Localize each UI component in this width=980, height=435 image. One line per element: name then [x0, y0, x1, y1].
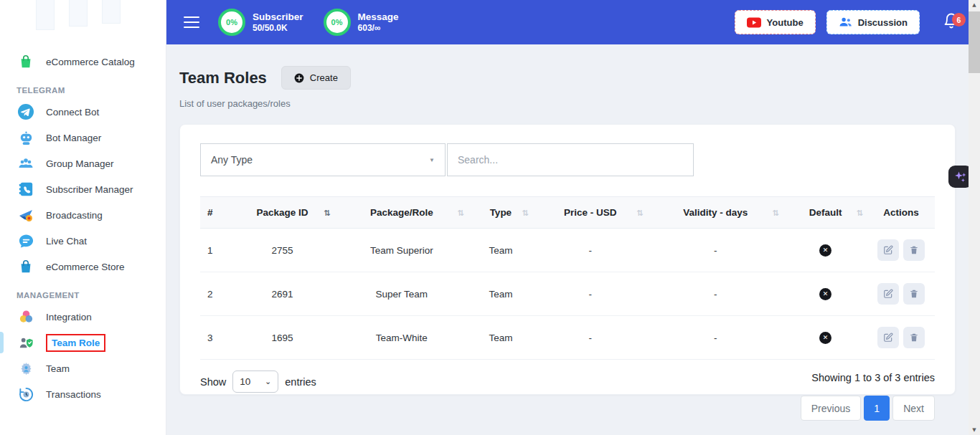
delete-button[interactable]: [903, 327, 925, 348]
hamburger-menu-icon[interactable]: [184, 13, 201, 32]
cell-actions: [867, 316, 935, 360]
sidebar-item-label: Connect Bot: [46, 107, 99, 118]
notification-bell[interactable]: 6: [943, 11, 960, 33]
sidebar-item-subscriber-manager[interactable]: Subscriber Manager: [0, 176, 166, 202]
delete-button[interactable]: [903, 283, 925, 305]
scroll-down-arrow[interactable]: ▼: [969, 425, 980, 435]
subscriber-stat-label: Subscriber: [253, 11, 303, 24]
next-page-button[interactable]: Next: [892, 396, 935, 421]
edit-button[interactable]: [877, 283, 899, 305]
cell-price: -: [533, 272, 648, 316]
telegram-icon: [17, 102, 35, 121]
show-label: Show: [200, 376, 226, 388]
x-circle-icon: ✕: [819, 244, 831, 257]
x-circle-icon: ✕: [819, 288, 831, 300]
column-header-package-role[interactable]: Package/Role⇅: [335, 197, 468, 229]
page-size-value: 10: [240, 376, 250, 387]
previous-page-button[interactable]: Previous: [801, 396, 861, 421]
sidebar-section-telegram: TELEGRAM: [0, 79, 166, 99]
top-header-bar: 0% Subscriber 50/50.0K 0% Message 603/∞ …: [166, 0, 980, 44]
transactions-history-icon: [17, 385, 35, 403]
caret-down-icon: ▼: [429, 157, 435, 163]
current-page-button[interactable]: 1: [864, 396, 890, 421]
broadcast-icon: [17, 206, 35, 224]
discussion-button-label: Discussion: [858, 17, 908, 28]
sidebar-item-label: Subscriber Manager: [46, 184, 133, 195]
create-button-label: Create: [310, 72, 338, 83]
page-title: Team Roles: [179, 69, 267, 87]
page-size-select[interactable]: 10 ⌄: [232, 371, 278, 393]
cell-index: 3: [200, 316, 230, 360]
search-input[interactable]: [447, 143, 694, 176]
subscriber-progress-circle: 0%: [218, 9, 245, 36]
cell-validity: -: [648, 316, 783, 360]
delete-button[interactable]: [903, 239, 925, 261]
sidebar-item-integration[interactable]: Integration: [0, 304, 166, 330]
sidebar-item-group-manager[interactable]: Group Manager: [0, 150, 166, 176]
youtube-button[interactable]: Youtube: [735, 10, 816, 34]
column-header-validity[interactable]: Validity - days⇅: [648, 197, 783, 229]
column-header-type[interactable]: Type⇅: [468, 197, 533, 229]
message-stat-label: Message: [358, 11, 399, 24]
sidebar-item-live-chat[interactable]: Live Chat: [0, 228, 166, 254]
cell-default: ✕: [783, 229, 867, 272]
annotation-red-box: Team Role: [46, 334, 105, 352]
cell-type: Team: [468, 272, 533, 316]
app-logo: [0, 0, 166, 32]
page-content: Team Roles Create List of user packages/…: [166, 44, 980, 435]
message-stat-value: 603/∞: [358, 23, 399, 33]
cell-price: -: [533, 229, 648, 272]
entries-label: entries: [285, 376, 316, 388]
sidebar-item-ecommerce-store[interactable]: eCommerce Store: [0, 254, 166, 279]
vertical-scrollbar[interactable]: ▲ ▼: [969, 0, 980, 435]
robot-icon: [17, 128, 35, 147]
notification-count-badge: 6: [952, 13, 966, 27]
roles-card: Any Type ▼ # Package ID⇅ Package/Role⇅ T…: [179, 124, 956, 395]
sidebar-item-transactions[interactable]: Transactions: [0, 381, 166, 407]
cell-price: -: [533, 316, 648, 360]
cell-package-role: Team-White: [335, 316, 468, 360]
sidebar-item-label: Integration: [46, 312, 92, 322]
edit-button[interactable]: [877, 239, 899, 261]
sidebar-item-label: Transactions: [46, 389, 101, 400]
sort-icon: ⇅: [857, 208, 863, 217]
column-header-price[interactable]: Price - USD⇅: [533, 197, 648, 229]
sidebar-section-management: MANAGEMENT: [0, 284, 166, 304]
sidebar-item-label: Bot Manager: [46, 133, 101, 143]
sidebar-item-label: Group Manager: [46, 158, 114, 169]
discussion-button[interactable]: Discussion: [826, 10, 920, 34]
page-size-group: Show 10 ⌄ entries: [200, 371, 316, 393]
scroll-up-arrow[interactable]: ▲: [969, 0, 980, 10]
cell-index: 1: [200, 229, 230, 272]
sidebar-item-ecommerce-catalog[interactable]: eCommerce Catalog: [0, 49, 166, 75]
sidebar-item-connect-bot[interactable]: Connect Bot: [0, 99, 166, 125]
team-gear-icon: [17, 359, 35, 378]
group-icon: [17, 154, 35, 173]
cell-actions: [867, 272, 935, 316]
sidebar-item-label: Team Role: [52, 338, 100, 348]
cell-package-role: Team Superior: [335, 229, 468, 272]
showing-entries-text: Showing 1 to 3 of 3 entries: [801, 372, 935, 383]
cell-package-id: 2755: [230, 229, 334, 272]
subscriber-stat-value: 50/50.0K: [253, 23, 303, 33]
roles-table: # Package ID⇅ Package/Role⇅ Type⇅ Price …: [200, 196, 935, 360]
sidebar-item-broadcasting[interactable]: Broadcasting: [0, 202, 166, 228]
column-header-package-id[interactable]: Package ID⇅: [230, 197, 334, 229]
column-header-index: #: [200, 197, 230, 229]
create-button[interactable]: Create: [281, 66, 351, 90]
logo-bar: [36, 0, 55, 30]
column-header-default[interactable]: Default⇅: [783, 197, 867, 229]
sort-icon: ⇅: [522, 208, 529, 217]
table-row: 1 2755 Team Superior Team - - ✕: [200, 229, 935, 272]
sidebar-item-team[interactable]: Team: [0, 355, 166, 381]
logo-bar: [102, 0, 121, 24]
sidebar-item-team-role[interactable]: Team Role: [0, 330, 166, 355]
logo-bar: [69, 0, 88, 27]
sidebar-item-bot-manager[interactable]: Bot Manager: [0, 125, 166, 150]
scrollbar-thumb[interactable]: [969, 11, 980, 73]
edit-button[interactable]: [877, 327, 899, 348]
plus-circle-icon: [294, 73, 304, 83]
sidebar: eCommerce Catalog TELEGRAM Connect Bot B…: [0, 0, 166, 435]
type-filter-select[interactable]: Any Type ▼: [200, 143, 446, 176]
shopping-bag-icon: [17, 52, 35, 71]
